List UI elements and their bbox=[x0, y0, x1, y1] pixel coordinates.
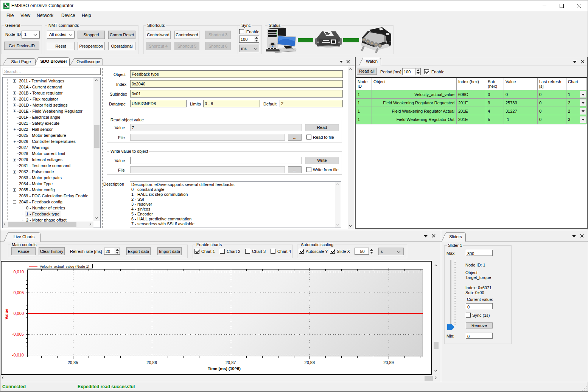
svg-text:eDrive: eDrive bbox=[4, 7, 9, 9]
